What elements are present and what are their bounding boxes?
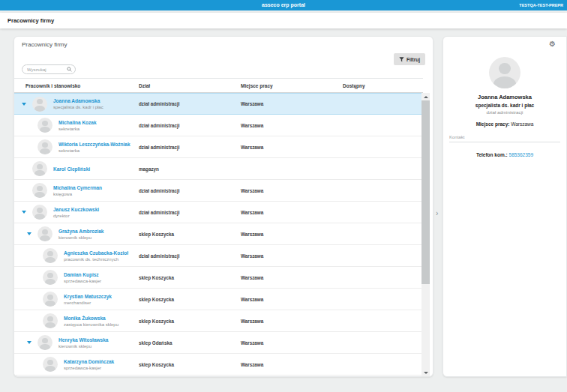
employee-name-link[interactable]: Janusz Kuczkowski <box>53 207 99 212</box>
phone-number-link[interactable]: 585362359 <box>509 152 534 157</box>
avatar <box>38 139 52 154</box>
expand-arrow-slot <box>22 211 32 214</box>
table-row[interactable]: Joanna Adamowska specjalista ds. kadr i … <box>14 93 423 115</box>
department-cell: magazyn <box>128 166 230 172</box>
employee-name-link[interactable]: Krystian Matuszczyk <box>64 294 112 299</box>
table-row[interactable]: Henryka Witosławska kierownik sklepu skl… <box>14 332 423 354</box>
employee-position: zastępca kierownika sklepu <box>64 322 118 327</box>
gear-icon[interactable]: ⚙ <box>549 40 556 49</box>
app-topbar: asseco erp portal TESTQA-TEST-PREPR <box>0 0 567 10</box>
employee-cell: Wiktoria Leszczyńska-Woźniak sekretarka <box>14 136 128 157</box>
employee-name-link[interactable]: Agnieszka Czubacka-Kozioł <box>64 250 128 256</box>
table-row[interactable]: Karol Ciepliński magazyn <box>14 158 423 180</box>
employee-cell: Michalina Cymerman księgowa <box>14 180 128 201</box>
triangle-down-icon[interactable] <box>22 211 26 214</box>
table-row[interactable]: Janusz Kuczkowski dyrektor dział adminis… <box>14 202 423 223</box>
table-row[interactable]: Damian Kupisz sprzedawca-kasjer sklep Ko… <box>14 267 423 289</box>
table-row[interactable]: Agnieszka Czubacka-Kozioł pracownik ds. … <box>14 245 423 267</box>
employee-position: sprzedawca-kasjer <box>64 279 101 283</box>
department-cell: dział administracji <box>128 210 230 215</box>
workplace-label: Miejsce pracy: <box>476 121 510 127</box>
employee-name-link[interactable]: Michalina Cymerman <box>53 185 102 190</box>
employee-name-link[interactable]: Grażyna Ambroziak <box>58 229 104 234</box>
scrollbar-thumb[interactable] <box>422 100 430 284</box>
employee-cell: Monika Żukowska zastępca kierownika skle… <box>14 310 128 331</box>
table-row[interactable]: Michalina Kozak sekretarka dział adminis… <box>14 115 423 136</box>
employee-name-link[interactable]: Damian Kupisz <box>64 272 101 277</box>
employee-identity: Karol Ciepliński <box>53 166 90 172</box>
column-header: Dostępny <box>332 83 423 88</box>
employee-cell: Agnieszka Czubacka-Kozioł pracownik ds. … <box>14 245 128 266</box>
department-cell: dział administracji <box>128 123 230 128</box>
employee-name-link[interactable]: Monika Żukowska <box>64 316 118 321</box>
expand-arrow-slot <box>32 363 43 366</box>
table-row[interactable]: Wiktoria Leszczyńska-Woźniak sekretarka … <box>14 136 423 158</box>
employee-position: pracownik ds. technicznych <box>64 257 128 262</box>
employee-identity: Henryka Witosławska kierownik sklepu <box>58 337 108 349</box>
triangle-down-icon[interactable] <box>27 232 32 235</box>
avatar <box>32 183 47 198</box>
employee-name-link[interactable]: Wiktoria Leszczyńska-Woźniak <box>58 142 130 147</box>
table-row[interactable]: Krystian Matuszczyk merchandiser sklep K… <box>14 289 423 310</box>
search-box <box>22 64 76 74</box>
filter-button[interactable]: Filtruj <box>394 53 425 65</box>
employee-cell: Michalina Kozak sekretarka <box>14 115 128 136</box>
vertical-scrollbar[interactable] <box>422 93 430 377</box>
department-cell: dział administracji <box>128 188 230 193</box>
triangle-down-icon[interactable] <box>22 103 26 106</box>
employee-position: księgowa <box>53 192 102 196</box>
employees-card: Pracownicy firmy Filtruj Pracownik i sta… <box>14 36 434 377</box>
department-cell: sklep Koszycka <box>128 275 230 280</box>
table-row[interactable]: Michalina Cymerman księgowa dział admini… <box>14 180 423 202</box>
avatar <box>43 292 58 307</box>
employee-position: sekretarka <box>58 148 130 153</box>
table-row[interactable]: Grażyna Ambroziak kierownik sklepu sklep… <box>14 223 423 245</box>
department-cell: dział administracji <box>128 253 230 259</box>
detail-phone: Telefon kom.: 585362359 <box>443 152 566 157</box>
expand-arrow-slot <box>27 232 38 235</box>
triangle-down-icon[interactable] <box>27 341 32 344</box>
workplace-cell: Warszawa <box>230 188 332 193</box>
workplace-cell: Warszawa <box>230 319 332 324</box>
employee-cell: Janusz Kuczkowski dyrektor <box>14 202 128 223</box>
employee-cell: Grażyna Ambroziak kierownik sklepu <box>14 223 128 244</box>
expand-arrow-slot <box>22 189 32 192</box>
workplace-value: Warszawa <box>511 121 533 127</box>
workplace-cell: Warszawa <box>230 275 332 280</box>
department-cell: dział administracji <box>128 101 230 106</box>
expand-arrow-slot <box>22 103 32 106</box>
employee-cell: Henryka Witosławska kierownik sklepu <box>14 332 128 353</box>
chevron-right-icon[interactable]: › <box>436 210 438 217</box>
environment-label: TESTQA-TEST-PREPR <box>519 0 563 10</box>
table-row[interactable]: Katarzyna Domińczak sprzedawca-kasjer sk… <box>14 354 423 376</box>
scroll-down-icon[interactable] <box>424 372 428 374</box>
employee-position: sprzedawca-kasjer <box>64 366 114 370</box>
expand-arrow-slot <box>32 319 43 322</box>
table-header: Pracownik i stanowiskoDziałMiejsce pracy… <box>14 78 423 93</box>
employee-cell: Joanna Adamowska specjalista ds. kadr i … <box>14 94 128 114</box>
employee-identity: Katarzyna Domińczak sprzedawca-kasjer <box>64 359 114 370</box>
expand-arrow-slot <box>27 124 38 127</box>
employee-identity: Grażyna Ambroziak kierownik sklepu <box>58 229 104 240</box>
employee-name-link[interactable]: Michalina Kozak <box>58 120 97 125</box>
breadcrumb: Pracownicy firmy <box>8 13 54 28</box>
detail-department: dział administracji <box>443 109 566 115</box>
detail-workplace: Miejsce pracy: Warszawa <box>443 121 566 127</box>
search-input[interactable] <box>27 67 67 72</box>
employee-name-link[interactable]: Henryka Witosławska <box>58 337 108 343</box>
workplace-cell: Warszawa <box>230 297 332 302</box>
table-row[interactable]: Monika Żukowska zastępca kierownika skle… <box>14 310 423 332</box>
employee-identity: Michalina Kozak sekretarka <box>58 120 97 131</box>
employee-name-link[interactable]: Karol Ciepliński <box>53 166 90 172</box>
expand-arrow-slot <box>32 298 43 301</box>
employee-position: sekretarka <box>58 127 97 131</box>
employee-name-link[interactable]: Katarzyna Domińczak <box>64 359 114 364</box>
detail-avatar <box>489 57 520 88</box>
scroll-up-icon[interactable] <box>424 96 428 98</box>
employee-identity: Damian Kupisz sprzedawca-kasjer <box>64 272 101 283</box>
employee-name-link[interactable]: Joanna Adamowska <box>53 98 104 103</box>
avatar <box>32 205 47 220</box>
workplace-cell: Warszawa <box>230 101 332 106</box>
expand-arrow-slot <box>27 341 38 344</box>
detail-position: specjalista ds. kadr i płac <box>443 103 566 108</box>
